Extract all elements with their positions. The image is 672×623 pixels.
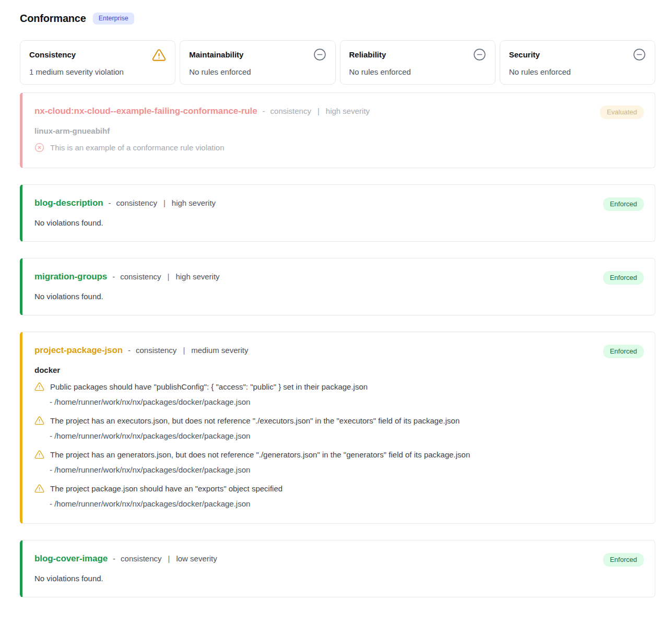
summary-card-status: 1 medium severity violation (29, 67, 166, 76)
rule-severity: high severity (326, 107, 370, 115)
rule-severity: high severity (172, 198, 216, 207)
rule-name-link[interactable]: project-package-json (34, 345, 123, 356)
pipe-separator: | (183, 346, 185, 355)
no-violations-text: No violations found. (34, 218, 642, 227)
status-badge: Enforced (603, 345, 644, 358)
summary-card-label: Consistency (29, 48, 76, 59)
project-name: linux-arm-gnueabihf (34, 126, 642, 135)
enterprise-badge: Enterprise (93, 13, 134, 25)
violation-item: The project has an executors.json, but d… (34, 415, 642, 441)
dash-separator: - (112, 272, 115, 281)
violation-path: - /home/runner/work/nx/nx/packages/docke… (50, 498, 642, 509)
project-name: docker (34, 366, 642, 374)
no-violations-text: No violations found. (34, 574, 642, 583)
summary-card-label: Maintainability (189, 48, 243, 59)
dash-separator: - (109, 198, 111, 207)
dash-separator: - (128, 346, 131, 355)
warning-triangle-icon (152, 48, 166, 62)
error-circle-icon (34, 142, 44, 152)
summary-card-label: Reliability (349, 48, 386, 59)
pipe-separator: | (168, 272, 170, 281)
summary-card-status: No rules enforced (189, 67, 326, 76)
rule-category: consistency (136, 346, 176, 355)
no-violations-text: No violations found. (34, 292, 642, 301)
minus-circle-icon (473, 48, 486, 61)
violation-path: - /home/runner/work/nx/nx/packages/docke… (50, 396, 642, 407)
minus-circle-icon (313, 48, 326, 61)
page-title: Conformance (20, 13, 86, 25)
rule-name-link[interactable]: blog-description (34, 198, 103, 208)
rule-card-blog-cover-image: blog-cover-image - consistency | low sev… (20, 540, 655, 597)
summary-card-consistency: Consistency 1 medium severity violation (20, 40, 175, 85)
rule-category: consistency (116, 198, 157, 207)
warning-triangle-icon (34, 381, 44, 392)
warning-triangle-icon (34, 483, 44, 493)
summary-card-maintainability: Maintainability No rules enforced (180, 40, 335, 85)
warning-triangle-icon (34, 449, 44, 460)
violation-message: The project has an generators.json, but … (50, 449, 470, 461)
rule-category: consistency (120, 272, 161, 281)
rule-category: consistency (270, 107, 311, 115)
summary-card-security: Security No rules enforced (500, 40, 655, 85)
summary-card-label: Security (509, 48, 540, 59)
pipe-separator: | (168, 554, 170, 563)
violation-item: Public packages should have "publishConf… (34, 381, 642, 407)
rule-name-link[interactable]: nx-cloud:nx-cloud--example-failing-confo… (34, 106, 257, 116)
violation-item: This is an example of a conformance rule… (34, 142, 642, 154)
dash-separator: - (113, 554, 115, 563)
rule-list: nx-cloud:nx-cloud--example-failing-confo… (20, 92, 655, 597)
violation-message: Public packages should have "publishConf… (50, 381, 368, 393)
rule-severity: low severity (176, 554, 217, 563)
violation-item: The project has an generators.json, but … (34, 449, 642, 475)
pipe-separator: | (163, 198, 166, 207)
status-badge: Enforced (603, 553, 644, 567)
rule-name-link[interactable]: blog-cover-image (34, 554, 108, 564)
minus-circle-icon (633, 48, 646, 61)
status-badge: Enforced (603, 271, 644, 285)
rule-category: consistency (121, 554, 161, 563)
pipe-separator: | (317, 107, 320, 115)
summary-card-status: No rules enforced (349, 67, 486, 76)
conformance-page: Conformance Enterprise Consistency 1 med… (20, 13, 655, 597)
rule-card-blog-description: blog-description - consistency | high se… (20, 184, 655, 242)
summary-cards-row: Consistency 1 medium severity violation … (20, 40, 655, 85)
violation-message: The project package.json should have an … (50, 483, 282, 495)
rule-card-example-failing: nx-cloud:nx-cloud--example-failing-confo… (20, 92, 655, 168)
rule-card-migration-groups: migration-groups - consistency | high se… (20, 258, 655, 315)
status-badge: Enforced (603, 197, 644, 211)
violation-message: This is an example of a conformance rule… (50, 142, 225, 154)
warning-triangle-icon (34, 415, 44, 426)
summary-card-status: No rules enforced (509, 67, 646, 76)
status-badge: Evaluated (600, 105, 644, 119)
page-header: Conformance Enterprise (20, 13, 655, 25)
summary-card-reliability: Reliability No rules enforced (340, 40, 496, 85)
violation-path: - /home/runner/work/nx/nx/packages/docke… (50, 464, 642, 475)
rule-severity: high severity (175, 272, 219, 281)
rule-name-link[interactable]: migration-groups (34, 272, 107, 282)
violation-path: - /home/runner/work/nx/nx/packages/docke… (50, 430, 642, 441)
rule-card-project-package-json: project-package-json - consistency | med… (20, 332, 655, 524)
violation-item: The project package.json should have an … (34, 483, 642, 509)
dash-separator: - (263, 107, 265, 115)
violation-message: The project has an executors.json, but d… (50, 415, 459, 427)
rule-severity: medium severity (191, 346, 248, 355)
